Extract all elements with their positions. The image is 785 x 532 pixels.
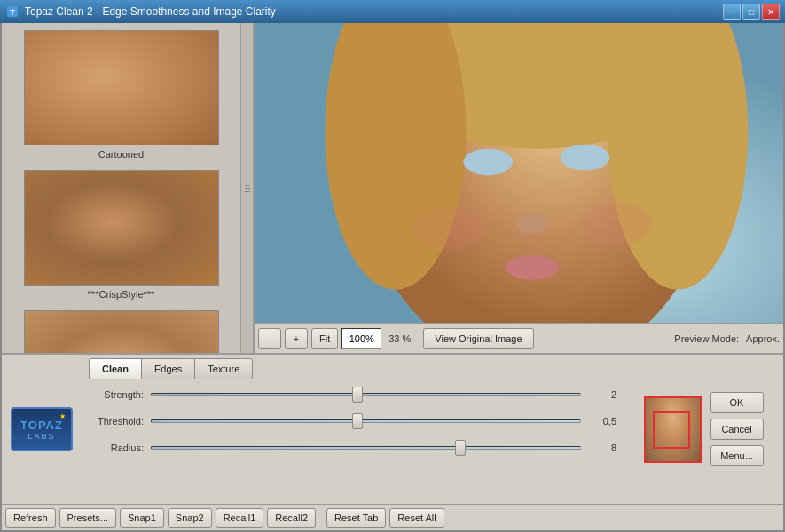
drag-line [245, 185, 250, 186]
bottom-bar: Refresh Presets... Snap1 Snap2 Recall1 R… [2, 504, 783, 530]
close-button[interactable]: ✕ [762, 4, 780, 20]
menu-button[interactable]: Menu... [710, 445, 764, 466]
logo-topaz-text: TOPAZ [20, 419, 63, 432]
preset-thumbnail [24, 30, 219, 145]
threshold-thumb[interactable] [352, 413, 363, 429]
strength-row: Strength: 2 [89, 385, 616, 404]
minimize-button[interactable]: ─ [723, 4, 741, 20]
preset-thumb-image [25, 31, 218, 145]
app-icon: T [5, 4, 20, 19]
zoom-percent-display: 100% [341, 328, 381, 349]
refresh-button[interactable]: Refresh [5, 508, 56, 528]
tab-edges[interactable]: Edges [141, 358, 194, 379]
thumbnail-preview [644, 396, 702, 463]
reset-tab-button[interactable]: Reset Tab [326, 508, 386, 528]
cancel-button[interactable]: Cancel [710, 419, 764, 440]
view-original-button[interactable]: View Original Image [423, 328, 533, 349]
logo-area: ★ TOPAZ LABS [2, 355, 82, 504]
recall1-button[interactable]: Recall1 [216, 508, 264, 528]
preset-thumb-image [25, 311, 218, 353]
preview-image [255, 23, 783, 323]
svg-point-8 [561, 145, 610, 171]
tab-bar: Clean Edges Texture [89, 358, 616, 379]
threshold-value: 0,5 [581, 416, 616, 426]
svg-point-12 [581, 201, 651, 246]
logo-labs-text: LABS [27, 432, 55, 441]
maximize-button[interactable]: □ [742, 4, 760, 20]
radius-label: Radius: [89, 442, 151, 453]
threshold-row: Threshold: 0,5 [89, 411, 616, 431]
strength-label: Strength: [89, 389, 151, 400]
svg-point-9 [516, 213, 548, 234]
radius-value: 8 [581, 442, 616, 453]
threshold-label: Threshold: [89, 416, 151, 426]
radius-thumb[interactable] [455, 440, 466, 456]
thumbnail-selection-rect [653, 411, 690, 449]
radius-row: Radius: 8 [89, 438, 616, 458]
preset-list[interactable]: Cartooned ***CrispStyle*** C [2, 23, 240, 353]
snap1-button[interactable]: Snap1 [120, 508, 164, 528]
preview-mode-label: Preview Mode: [674, 333, 739, 344]
preset-label: Cartooned [98, 149, 144, 160]
preview-mode-value: Approx. [746, 333, 780, 344]
svg-point-10 [506, 255, 559, 280]
drag-handle [245, 185, 250, 192]
main-window: Cartooned ***CrispStyle*** C [0, 23, 785, 532]
content-area: Cartooned ***CrispStyle*** C [2, 23, 783, 353]
preset-thumb-image [25, 171, 218, 285]
zoom-plus-button[interactable]: + [285, 328, 308, 349]
left-panel: Cartooned ***CrispStyle*** C [2, 23, 255, 353]
strength-value: 2 [581, 389, 616, 400]
zoom-info: 33 % [389, 333, 411, 344]
preset-item[interactable]: Cartooned [4, 27, 239, 163]
control-panel: ★ TOPAZ LABS Clean Edges Texture Strengt… [2, 353, 783, 530]
radius-slider[interactable] [151, 446, 581, 450]
preset-thumbnail [24, 170, 219, 286]
threshold-slider[interactable] [151, 419, 581, 423]
svg-point-7 [463, 149, 513, 176]
fit-button[interactable]: Fit [311, 328, 338, 349]
preset-item[interactable]: ***CrispStyle*** [4, 167, 239, 303]
logo-star: ★ [59, 412, 66, 420]
snap2-button[interactable]: Snap2 [168, 508, 212, 528]
title-bar: T Topaz Clean 2 - Edge Smoothness and Im… [0, 0, 785, 23]
drag-line [245, 191, 250, 192]
preset-thumbnail [24, 310, 219, 353]
control-right: OK Cancel Menu... [624, 355, 783, 504]
face-svg [255, 23, 783, 323]
zoom-minus-button[interactable]: - [258, 328, 281, 349]
scrollbar[interactable] [240, 23, 253, 353]
strength-thumb[interactable] [352, 387, 363, 403]
topaz-logo: ★ TOPAZ LABS [11, 407, 73, 451]
preset-label: ***CrispStyle*** [88, 289, 155, 300]
reset-all-button[interactable]: Reset All [389, 508, 444, 528]
drag-line [245, 188, 250, 189]
preview-area: - + Fit 100% 33 % View Original Image Pr… [255, 23, 783, 353]
svg-text:T: T [10, 8, 15, 17]
preset-item[interactable]: Curly_Smooth [4, 307, 239, 353]
title-bar-left: T Topaz Clean 2 - Edge Smoothness and Im… [5, 4, 276, 19]
ok-button[interactable]: OK [710, 392, 764, 413]
preview-toolbar: - + Fit 100% 33 % View Original Image Pr… [255, 323, 783, 353]
preset-scroll-area: Cartooned ***CrispStyle*** C [2, 23, 253, 353]
control-top: ★ TOPAZ LABS Clean Edges Texture Strengt… [2, 355, 783, 504]
recall2-button[interactable]: Recall2 [267, 508, 316, 528]
tabs-sliders-area: Clean Edges Texture Strength: 2 Threshol… [82, 355, 624, 504]
title-bar-controls: ─ □ ✕ [723, 4, 780, 20]
tab-texture[interactable]: Texture [194, 358, 253, 379]
svg-point-11 [413, 206, 483, 250]
tab-clean[interactable]: Clean [89, 358, 141, 379]
window-title: Topaz Clean 2 - Edge Smoothness and Imag… [25, 5, 276, 18]
ok-cancel-menu: OK Cancel Menu... [710, 392, 764, 466]
strength-slider[interactable] [151, 393, 581, 396]
presets-button[interactable]: Presets... [59, 508, 116, 528]
